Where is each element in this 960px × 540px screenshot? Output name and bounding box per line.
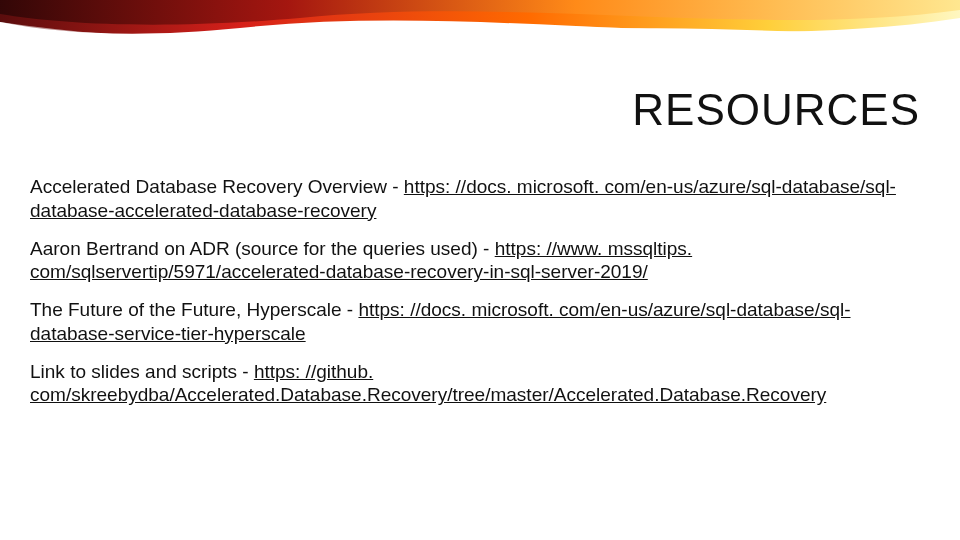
- resource-item: Accelerated Database Recovery Overview -…: [30, 175, 930, 223]
- resource-text: Aaron Bertrand on ADR (source for the qu…: [30, 238, 495, 259]
- resource-text: Accelerated Database Recovery Overview -: [30, 176, 404, 197]
- resource-text: The Future of the Future, Hyperscale -: [30, 299, 358, 320]
- slide: RESOURCES Accelerated Database Recovery …: [0, 0, 960, 540]
- slide-title: RESOURCES: [632, 85, 920, 135]
- slide-body: Accelerated Database Recovery Overview -…: [30, 175, 930, 421]
- resource-item: The Future of the Future, Hyperscale - h…: [30, 298, 930, 346]
- decorative-banner: [0, 0, 960, 65]
- resource-item: Link to slides and scripts - https: //gi…: [30, 360, 930, 408]
- resource-text: Link to slides and scripts -: [30, 361, 254, 382]
- resource-item: Aaron Bertrand on ADR (source for the qu…: [30, 237, 930, 285]
